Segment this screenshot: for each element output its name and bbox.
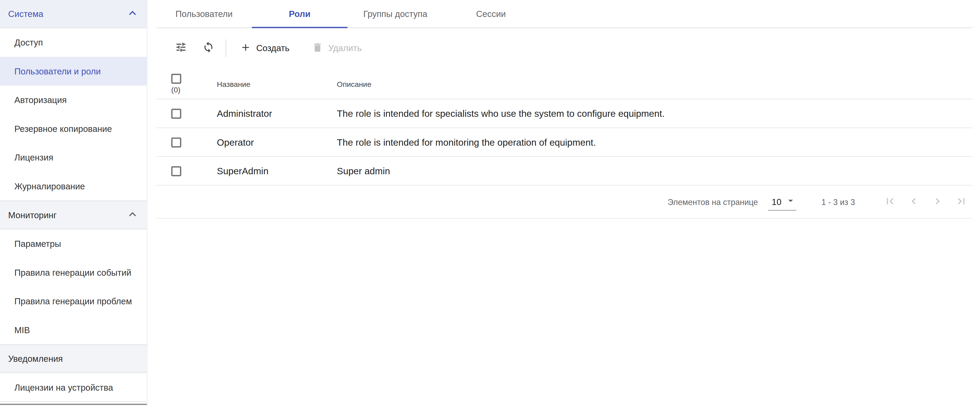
main-content: Пользователи Роли Группы доступа Сессии [148, 0, 980, 406]
sidebar: Система Доступ Пользователи и роли Автор… [0, 0, 148, 406]
column-header-description: Описание [337, 80, 973, 88]
section-label: Мониторинг [8, 210, 57, 220]
sidebar-item-label: Пользователи и роли [14, 66, 101, 76]
sidebar-item-label: Доступ [14, 38, 43, 48]
sidebar-item-mib[interactable]: MIB [0, 316, 147, 345]
sidebar-item-license[interactable]: Лицензия [0, 143, 147, 172]
selected-count: (0) [171, 86, 217, 94]
sidebar-item-device-licenses[interactable]: Лицензии на устройства [0, 373, 147, 402]
last-page-icon [955, 195, 967, 209]
chevron-up-icon [126, 207, 139, 223]
column-header-name: Название [217, 80, 337, 88]
first-page-icon [884, 195, 896, 209]
create-button-label: Создать [256, 43, 290, 53]
role-description: The role is intended for monitoring the … [337, 137, 973, 148]
sidebar-item-label: Лицензии на устройства [14, 382, 113, 392]
refresh-button[interactable] [200, 40, 216, 56]
sidebar-item-logging[interactable]: Журналирование [0, 172, 147, 201]
section-label: Уведомления [8, 354, 63, 364]
content-empty-area [156, 219, 973, 406]
sidebar-item-label: Лицензия [14, 153, 53, 162]
select-all-cell: (0) [156, 73, 217, 94]
table-header: (0) Название Описание [156, 69, 973, 99]
chevron-left-icon [907, 195, 920, 209]
next-page-button[interactable] [930, 194, 945, 210]
row-checkbox-cell [156, 166, 217, 176]
chevron-down-icon [781, 195, 797, 208]
sidebar-item-label: Авторизация [14, 95, 67, 105]
tab-label: Пользователи [176, 9, 233, 19]
role-description: The role is intended for specialists who… [337, 108, 973, 119]
chevron-up-icon [126, 6, 139, 21]
select-all-checkbox[interactable] [171, 73, 181, 84]
tab-label: Группы доступа [363, 9, 428, 19]
items-per-page-label: Элементов на странице [668, 197, 758, 206]
last-page-button[interactable] [954, 194, 969, 210]
sidebar-section-system[interactable]: Система [0, 0, 147, 28]
sidebar-section-monitoring[interactable]: Мониторинг [0, 201, 147, 229]
tab-roles[interactable]: Роли [252, 0, 347, 27]
sidebar-item-problem-generation-rules[interactable]: Правила генерации проблем [0, 287, 147, 316]
paginator: Элементов на странице 10 1 - 3 из 3 [156, 186, 973, 219]
role-name: Operator [217, 137, 337, 148]
row-checkbox[interactable] [171, 108, 181, 118]
app-root: Система Доступ Пользователи и роли Автор… [0, 0, 980, 406]
sidebar-item-label: MIB [14, 325, 30, 335]
sidebar-item-label: Параметры [14, 239, 61, 249]
tab-users[interactable]: Пользователи [156, 0, 252, 27]
tab-label: Роли [289, 9, 311, 19]
previous-page-button[interactable] [906, 194, 921, 210]
table-row[interactable]: SuperAdmin Super admin [156, 157, 973, 186]
items-per-page-select[interactable]: 10 [768, 193, 797, 210]
role-name: Administrator [217, 108, 337, 119]
sidebar-item-parameters[interactable]: Параметры [0, 229, 147, 258]
toolbar-divider [226, 40, 226, 57]
plus-icon [240, 41, 251, 55]
delete-button[interactable]: Удалить [312, 41, 361, 55]
trash-icon [312, 41, 323, 55]
create-button[interactable]: Создать [240, 41, 290, 55]
tab-access-groups[interactable]: Группы доступа [347, 0, 443, 27]
sidebar-item-label: Резервное копирование [14, 124, 112, 134]
table-row[interactable]: Administrator The role is intended for s… [156, 99, 973, 128]
page-range-label: 1 - 3 из 3 [821, 197, 855, 206]
sidebar-item-label: Правила генерации событий [14, 267, 131, 277]
section-label: Система [8, 9, 43, 19]
filter-tune-icon [175, 41, 187, 55]
tab-sessions[interactable]: Сессии [443, 0, 539, 27]
toolbar: Создать Удалить [156, 33, 973, 62]
role-description: Super admin [337, 166, 973, 176]
row-checkbox[interactable] [171, 166, 181, 176]
first-page-button[interactable] [883, 194, 897, 210]
sidebar-section-notifications[interactable]: Уведомления [0, 344, 147, 373]
row-checkbox-cell [156, 137, 217, 147]
role-name: SuperAdmin [217, 166, 337, 176]
table-row[interactable]: Operator The role is intended for monito… [156, 128, 973, 157]
sidebar-item-label: Правила генерации проблем [14, 296, 132, 306]
row-checkbox[interactable] [171, 137, 181, 147]
filter-button[interactable] [173, 40, 188, 56]
page-nav-group [883, 194, 969, 210]
delete-button-label: Удалить [328, 43, 361, 53]
tab-label: Сессии [476, 9, 506, 19]
items-per-page-value: 10 [772, 196, 782, 207]
sidebar-item-label: Журналирование [14, 181, 85, 191]
sidebar-divider [0, 404, 147, 405]
sidebar-item-backup[interactable]: Резервное копирование [0, 115, 147, 143]
sidebar-item-users-roles[interactable]: Пользователи и роли [0, 57, 147, 86]
chevron-right-icon [931, 195, 944, 209]
sidebar-item-event-generation-rules[interactable]: Правила генерации событий [0, 258, 147, 287]
tab-bar: Пользователи Роли Группы доступа Сессии [156, 0, 973, 28]
row-checkbox-cell [156, 108, 217, 118]
sidebar-item-authorization[interactable]: Авторизация [0, 86, 147, 115]
refresh-icon [202, 41, 214, 55]
sidebar-item-access[interactable]: Доступ [0, 28, 147, 57]
